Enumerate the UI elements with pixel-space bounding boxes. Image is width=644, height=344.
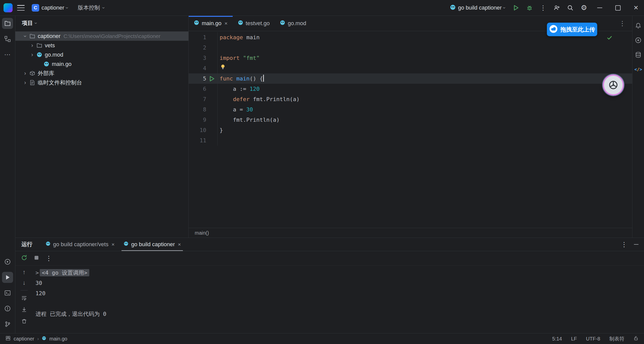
minimize-button[interactable]: [592, 0, 608, 16]
down-stack-trace-icon[interactable]: ↓: [23, 280, 26, 286]
window-grid-icon[interactable]: [6, 336, 11, 342]
run-tab-captioner-vets[interactable]: go build captioner/vets ×: [41, 238, 119, 251]
tree-item-go-mod[interactable]: ›go.mod: [15, 50, 188, 59]
up-stack-trace-icon[interactable]: ↑: [23, 269, 26, 275]
intention-bulb-icon[interactable]: [220, 65, 226, 71]
tree-item-vets[interactable]: ›vets: [15, 41, 188, 50]
close-tab-icon[interactable]: ×: [224, 20, 227, 26]
code-line-7[interactable]: 7 defer fmt.Println(a): [189, 94, 632, 104]
code-line-4[interactable]: 4: [189, 63, 632, 73]
breadcrumb[interactable]: main(): [189, 228, 632, 238]
services-tool-window-icon[interactable]: [2, 256, 13, 267]
statusbar-project[interactable]: captioner: [14, 336, 34, 342]
tab-testvet-go[interactable]: testvet.go: [233, 16, 275, 31]
code-line-3[interactable]: 3import "fmt": [189, 53, 632, 63]
main-menu-icon[interactable]: [17, 5, 25, 11]
version-control-tool-window-icon[interactable]: [2, 319, 13, 330]
database-icon[interactable]: [634, 51, 642, 59]
line-ending[interactable]: LF: [571, 336, 577, 342]
chevron-open-icon[interactable]: ›: [22, 32, 28, 40]
debug-button[interactable]: [524, 2, 535, 14]
code-text: a := 120: [218, 84, 260, 94]
maximize-button[interactable]: [610, 0, 626, 16]
run-line-icon[interactable]: [206, 73, 218, 84]
code-tag-icon[interactable]: </>: [634, 65, 642, 74]
scratch-icon: [29, 80, 35, 85]
run-toolbar: ⋮: [15, 251, 644, 266]
chevron-down-icon: ›: [65, 7, 70, 9]
more-tool-windows-icon[interactable]: ⋯: [2, 49, 13, 60]
rerun-button[interactable]: [21, 254, 27, 262]
lock-icon[interactable]: [633, 336, 638, 342]
chevron-down-icon[interactable]: ›: [34, 22, 39, 24]
inspection-ok-icon[interactable]: [607, 35, 613, 42]
netdisk-cloud-icon: [549, 25, 558, 34]
terminal-tool-window-icon[interactable]: [2, 287, 13, 298]
project-tool-window-icon[interactable]: [2, 18, 13, 29]
code-line-9[interactable]: 9 fmt.Println(a): [189, 115, 632, 125]
tree-item-scratches[interactable]: ›临时文件和控制台: [15, 78, 188, 87]
chevron-closed-icon[interactable]: ›: [28, 52, 36, 58]
chevron-closed-icon[interactable]: ›: [28, 42, 36, 49]
notifications-bell-icon[interactable]: [634, 21, 642, 30]
problems-tool-window-icon[interactable]: [2, 303, 13, 314]
drag-upload-badge[interactable]: 拖拽至此上传: [547, 23, 597, 36]
tree-item-external-libraries[interactable]: ›外部库: [15, 69, 188, 78]
code-line-5[interactable]: 5func main() {: [189, 73, 632, 84]
search-everywhere-icon[interactable]: [565, 2, 576, 14]
line-number: 4: [189, 63, 206, 73]
vcs-widget[interactable]: 版本控制 ›: [75, 3, 107, 13]
wheel-icon: [608, 80, 619, 90]
console-fold-segment[interactable]: <4 go 设置调用>: [40, 269, 89, 276]
run-configuration-selector[interactable]: go build captioner ›: [447, 3, 508, 13]
statusbar-file[interactable]: main.go: [49, 336, 67, 342]
gutter-slot: [206, 125, 218, 135]
tab-options-icon[interactable]: ⋮: [616, 20, 629, 27]
code-line-8[interactable]: 8 a = 30: [189, 104, 632, 115]
chevron-closed-icon[interactable]: ›: [21, 70, 29, 77]
code-line-6[interactable]: 6 a := 120: [189, 84, 632, 94]
run-tab-captioner[interactable]: go build captioner ×: [119, 238, 185, 251]
project-widget[interactable]: C captioner ›: [29, 3, 71, 13]
hide-panel-icon[interactable]: [634, 244, 638, 245]
cursor-position[interactable]: 5:14: [552, 336, 562, 342]
structure-tool-window-icon[interactable]: [2, 33, 13, 45]
tab-go-mod[interactable]: go.mod: [275, 16, 311, 31]
code-line-2[interactable]: 2: [189, 42, 632, 53]
close-button[interactable]: ✕: [628, 0, 644, 16]
chevron-down-icon: ›: [102, 7, 107, 9]
console-output[interactable]: ><4 go 设置调用>30120进程 已完成，退出代码为 0: [33, 266, 644, 333]
code-text: }: [218, 125, 223, 135]
ai-assistant-icon[interactable]: [634, 36, 642, 45]
floating-assistant-widget[interactable]: [603, 74, 624, 96]
code-editor[interactable]: 1package main23import "fmt"45func main()…: [189, 31, 632, 228]
line-number: 10: [189, 125, 206, 135]
close-tab-icon[interactable]: ×: [178, 241, 181, 247]
tree-item-captioner[interactable]: ›captionerC:\Users\meow\GolandProjects\c…: [15, 31, 188, 41]
file-encoding[interactable]: UTF-8: [586, 336, 600, 342]
soft-wrap-icon[interactable]: [21, 295, 27, 302]
run-button[interactable]: [510, 2, 522, 14]
go-file-icon: [280, 20, 285, 27]
code-line-11[interactable]: 11: [189, 135, 632, 146]
divider: [21, 290, 28, 290]
code-with-me-icon[interactable]: [551, 2, 562, 14]
code-text: [218, 135, 220, 146]
code-text: import "fmt": [218, 53, 260, 63]
indent-style[interactable]: 制表符: [609, 335, 624, 342]
breadcrumb-item[interactable]: main(): [195, 230, 209, 236]
close-tab-icon[interactable]: ×: [111, 241, 114, 247]
run-panel-options-icon[interactable]: ⋮: [621, 241, 627, 248]
chevron-closed-icon[interactable]: ›: [21, 79, 29, 86]
run-more-icon[interactable]: ⋮: [46, 255, 52, 262]
scroll-to-end-icon[interactable]: [21, 307, 27, 314]
settings-gear-icon[interactable]: ⚙: [578, 2, 590, 14]
clear-console-icon[interactable]: [21, 318, 27, 325]
tab-main-go[interactable]: main.go ×: [189, 16, 233, 31]
stop-button[interactable]: [33, 255, 39, 262]
code-line-10[interactable]: 10}: [189, 125, 632, 135]
more-actions-icon[interactable]: ⋮: [537, 2, 549, 14]
tree-item-main-go[interactable]: main.go: [15, 59, 188, 69]
run-tool-window-icon[interactable]: [2, 272, 13, 283]
project-tree: ›captionerC:\Users\meow\GolandProjects\c…: [15, 30, 188, 87]
